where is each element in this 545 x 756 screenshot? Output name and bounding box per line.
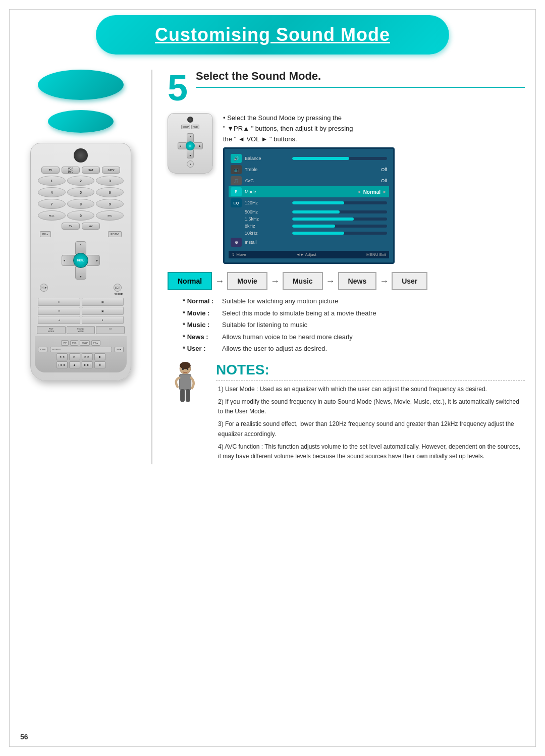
box-icon-btn[interactable]: ▣ xyxy=(82,307,124,315)
vcrdvd-button[interactable]: VCRDVD xyxy=(62,167,80,174)
sound-modes-row: Normal → Movie → Music → News → User xyxy=(168,272,525,290)
source-button[interactable]: SOURCE xyxy=(50,347,112,352)
still-button[interactable]: STIL xyxy=(96,210,124,221)
arrow-icon-btn[interactable]: ⇥ xyxy=(38,316,80,324)
step-content: COMP PC/D ▲ ▼ ◄ ► M ▼ xyxy=(168,113,525,264)
sat-button[interactable]: SAT xyxy=(82,167,100,174)
note-item-3: 3) For a realistic sound effect, lower t… xyxy=(216,419,525,439)
notes-list: 1) User Mode : Used as an equalizer with… xyxy=(216,385,525,461)
next-button[interactable]: ►►| xyxy=(82,361,93,368)
title-banner: Customising Sound Mode xyxy=(96,15,449,55)
step-number: 5 xyxy=(168,70,188,106)
icon-row-1: ≡ ▦ xyxy=(38,298,124,306)
tv-icon-install: ⚙ xyxy=(231,238,242,247)
num-8-button[interactable]: 8 xyxy=(67,199,95,209)
tv-menu-row-120hz: EQ 120Hz xyxy=(229,197,389,208)
svg-point-5 xyxy=(182,368,184,370)
mini-pr-down: ▼ xyxy=(187,160,194,168)
sound-mode-button[interactable]: SOUNDMODE xyxy=(67,326,95,334)
tv-icon-equalizer: EQ xyxy=(231,198,242,207)
left-column: TV VCRDVD SAT CATV 1 2 3 4 5 6 7 8 9 RCL… xyxy=(20,70,141,464)
instruction-text: • Select the Sound Mode by pressing the … xyxy=(223,113,525,144)
ffwd-button[interactable]: ►► xyxy=(82,353,93,360)
page-title: Customising Sound Mode xyxy=(116,24,429,45)
mini-right: ► xyxy=(194,142,203,149)
av-button[interactable]: AV xyxy=(82,223,100,230)
pr-up-btn[interactable]: PR▲ xyxy=(91,340,100,346)
arrow-3: → xyxy=(326,276,335,287)
tv-menu-row-500hz: 500Hz xyxy=(229,208,389,215)
info-icon-btn[interactable]: ℹ xyxy=(82,316,124,324)
catv-button[interactable]: CATV xyxy=(102,167,120,174)
pr-buttons-top: PR▲ PC/DVI xyxy=(35,231,127,237)
svg-point-1 xyxy=(180,362,191,369)
tv-menu-row-1500hz: 1.5kHz xyxy=(229,215,389,223)
pip-button[interactable]: PIP xyxy=(61,340,68,346)
stop-button[interactable]: ■ xyxy=(94,353,105,360)
pr-down-btn[interactable]: PR▼ xyxy=(115,347,124,352)
num-7-button[interactable]: 7 xyxy=(38,199,66,209)
tv-av-row: TV AV xyxy=(35,223,127,230)
tv-screen-mockup: 🔊 Balance 📺 Treble Off 🎵 AVC xyxy=(223,147,395,264)
desc-item-movie: * Movie : Select this mode to simulate b… xyxy=(183,308,525,318)
mode-btn-music[interactable]: Music xyxy=(283,272,323,290)
grid-icon-btn[interactable]: ▦ xyxy=(82,298,124,306)
rewind-button[interactable]: ◄◄ xyxy=(57,353,68,360)
step-title-area: Select the Sound Mode. xyxy=(196,70,525,88)
tv-menu-row-mode: 🎚 Mode ◄ Normal ► xyxy=(229,186,389,197)
mode-btn-normal[interactable]: Normal xyxy=(168,272,212,290)
mini-menu: M xyxy=(186,141,195,150)
notes-figure xyxy=(168,362,208,464)
tv-button[interactable]: TV xyxy=(41,167,60,174)
s-effect-button[interactable]: S.EFF xyxy=(38,347,47,352)
num-4-button[interactable]: 4 xyxy=(38,187,66,197)
step-title: Select the Sound Mode. xyxy=(196,70,525,83)
position-button[interactable]: POS xyxy=(70,340,78,346)
pict-mode-button[interactable]: PICTMODE xyxy=(37,326,66,334)
dpad-down-button[interactable]: ▼ xyxy=(75,266,86,280)
pr-down-button[interactable]: PR▼ xyxy=(40,284,48,292)
pr-screen-row: PR▼ SCR xyxy=(35,284,127,292)
recall-button[interactable]: RCLL xyxy=(38,210,66,221)
open-close-button[interactable]: ▲ xyxy=(69,361,80,368)
mode-btn-movie[interactable]: Movie xyxy=(227,272,267,290)
screen-size-button[interactable]: SCR xyxy=(114,284,122,292)
icon-row-2: ✕ ▣ xyxy=(38,307,124,315)
notes-section: NOTES: 1) User Mode : Used as an equaliz… xyxy=(168,362,525,464)
pr-up-label: PR▲ xyxy=(40,231,51,237)
num-6-button[interactable]: 6 xyxy=(96,187,124,197)
num-5-button[interactable]: 5 xyxy=(67,187,95,197)
tv-icon-mode: 🎚 xyxy=(231,187,242,196)
transport-row-1: ◄◄ ► ►► ■ xyxy=(38,353,124,360)
notes-title: NOTES: xyxy=(216,362,525,381)
dpad-right-button[interactable]: ► xyxy=(87,255,100,266)
menu-button[interactable]: MENU xyxy=(73,253,88,268)
arrow-4: → xyxy=(379,276,389,287)
pause-button[interactable]: ⏸ xyxy=(94,361,105,368)
num-2-button[interactable]: 2 xyxy=(67,176,95,186)
mode-btn-news[interactable]: News xyxy=(338,272,377,290)
right-column: 5 Select the Sound Mode. COMP PC/D ▲ ▼ xyxy=(162,70,525,464)
list-icon-btn[interactable]: ≡ xyxy=(38,298,80,306)
tv-source-button[interactable]: TV xyxy=(62,223,80,230)
tv-menu-row-treble: 📺 Treble Off xyxy=(229,164,389,175)
swap-button[interactable]: SWAP xyxy=(80,340,90,346)
mode-btn-user[interactable]: User xyxy=(392,272,427,290)
tv-icon-treble: 📺 xyxy=(231,165,242,174)
tv-menu-row-balance: 🔊 Balance xyxy=(229,153,389,164)
num-3-button[interactable]: 3 xyxy=(96,176,124,186)
x-icon-btn[interactable]: ✕ xyxy=(38,307,80,315)
num-1-button[interactable]: 1 xyxy=(38,176,66,186)
mini-pr-bottom-row: ▼ xyxy=(171,160,210,168)
num-0-button[interactable]: 0 xyxy=(67,210,95,221)
sleep-label: SLEEP xyxy=(39,293,123,296)
num-9-button[interactable]: 9 xyxy=(96,199,124,209)
desc-item-user: * User : Allows the user to adjust as de… xyxy=(183,344,525,354)
effect-row: S.EFF SOURCE PR▼ xyxy=(38,347,124,352)
i-ii-button[interactable]: I-II xyxy=(96,326,125,334)
prev-button[interactable]: |◄◄ xyxy=(57,361,68,368)
power-button[interactable] xyxy=(74,148,88,163)
desc-item-music: * Music : Suitable for listening to musi… xyxy=(183,320,525,330)
play-button[interactable]: ► xyxy=(69,353,80,360)
tv-mode-value: Normal xyxy=(363,189,380,195)
